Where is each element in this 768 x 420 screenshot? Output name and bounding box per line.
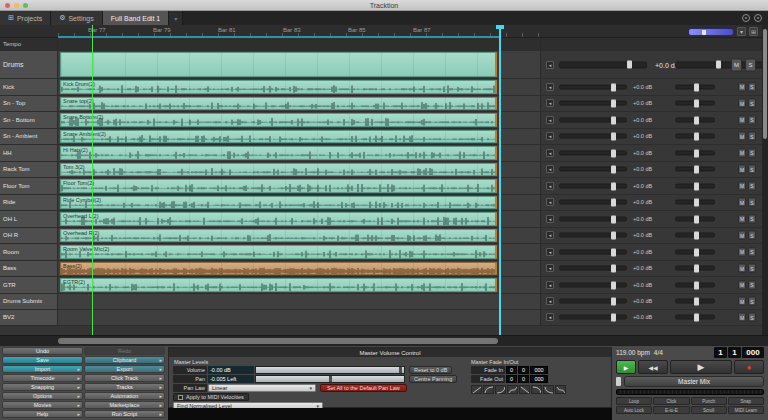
reset-to-0db-button[interactable]: Reset to 0 dB	[409, 366, 452, 374]
tab-edit[interactable]: Full Band Edit 1	[103, 11, 169, 25]
track-lane[interactable]: Floor Tom(2)	[58, 178, 540, 194]
track-name[interactable]: Sn - Bottom	[0, 112, 58, 128]
scroll-options-icon[interactable]: ▾	[737, 27, 746, 36]
track-volume-slider[interactable]	[559, 61, 647, 68]
fade-curve-button[interactable]	[543, 385, 554, 394]
punch-toggle[interactable]: Punch	[691, 397, 727, 405]
track-name[interactable]: BV2	[0, 310, 58, 325]
volume-slider-thumb[interactable]	[399, 367, 402, 373]
track-collapse-button[interactable]: ◂	[546, 132, 554, 140]
audio-clip[interactable]: Floor Tom(2)	[60, 179, 497, 193]
track-name[interactable]: Drums Submix	[0, 294, 58, 309]
track-collapse-button[interactable]: ◂	[546, 83, 554, 91]
playhead-cursor[interactable]	[499, 25, 501, 335]
audio-clip[interactable]: Tom 3(2)	[60, 163, 497, 177]
fade-in-beats[interactable]: 0	[518, 366, 529, 374]
track-name[interactable]: OH R	[0, 228, 58, 244]
horizontal-scrollbar[interactable]	[0, 335, 768, 345]
loop-toggle[interactable]: Loop	[616, 397, 652, 405]
pan-thumb[interactable]	[694, 248, 699, 256]
track-volume-slider[interactable]	[559, 101, 627, 106]
track-mute-button[interactable]: M	[738, 214, 746, 223]
track-lane[interactable]: Tom 3(2)	[58, 162, 540, 178]
movies-button[interactable]: Movies▸	[2, 401, 83, 409]
track-collapse-button[interactable]: ◂	[546, 297, 554, 305]
track-pan-slider[interactable]	[675, 315, 715, 320]
volume-thumb[interactable]	[611, 215, 616, 223]
track-pan-slider[interactable]	[675, 167, 715, 172]
audio-clip[interactable]: Snare top(2)	[60, 97, 497, 111]
track-name[interactable]: Bass	[0, 261, 58, 277]
volume-thumb[interactable]	[611, 298, 616, 306]
clipboard-button[interactable]: Clipboard▸	[84, 356, 165, 364]
audio-clip[interactable]: Kick Drum(2)	[60, 80, 497, 94]
track-mute-button[interactable]: M	[738, 132, 746, 141]
track-solo-button[interactable]: S	[748, 231, 756, 240]
track-pan-slider[interactable]	[675, 150, 715, 155]
track-pan-slider[interactable]	[675, 134, 715, 139]
scroll-toggle[interactable]: Scroll	[691, 406, 727, 414]
fade-curve-button[interactable]	[495, 385, 506, 394]
horizontal-scroll-thumb[interactable]	[58, 338, 498, 344]
track-volume-slider[interactable]	[559, 266, 627, 271]
pan-thumb[interactable]	[694, 215, 699, 223]
audio-clip[interactable]	[60, 52, 497, 77]
master-fader-knob[interactable]	[616, 377, 621, 386]
track-name[interactable]: Kick	[0, 79, 58, 95]
audio-clip[interactable]: Overhead L(2)	[60, 212, 497, 226]
pan-thumb[interactable]	[694, 166, 699, 174]
track-volume-slider[interactable]	[559, 315, 627, 320]
track-pan-slider[interactable]	[675, 249, 715, 254]
fade-out-bars[interactable]: 0	[506, 375, 517, 383]
volume-thumb[interactable]	[611, 182, 616, 190]
snap-toggle[interactable]: Snap	[728, 397, 764, 405]
fade-in-ticks[interactable]: 000	[530, 366, 548, 374]
maximize-button[interactable]	[23, 3, 28, 8]
master-volume-slider[interactable]	[255, 366, 405, 374]
audio-clip[interactable]: Bass(2)	[60, 262, 497, 276]
track-collapse-button[interactable]: ◂	[546, 198, 554, 206]
help-icon[interactable]	[754, 14, 762, 22]
track-solo-button[interactable]: S	[748, 247, 756, 256]
track-mute-button[interactable]: M	[731, 58, 742, 71]
track-mute-button[interactable]: M	[738, 115, 746, 124]
track-lane[interactable]: Snare Ambient(2)	[58, 129, 540, 145]
track-lane[interactable]	[58, 51, 540, 78]
track-lane[interactable]: Bass(2)	[58, 261, 540, 277]
pan-thumb[interactable]	[694, 199, 699, 207]
pan-thumb[interactable]	[694, 298, 699, 306]
track-mute-button[interactable]: M	[738, 313, 746, 322]
volume-thumb[interactable]	[611, 281, 616, 289]
track-collapse-button[interactable]: ◂	[546, 281, 554, 289]
pan-thumb[interactable]	[694, 116, 699, 124]
track-volume-slider[interactable]	[559, 249, 627, 254]
volume-thumb[interactable]	[611, 166, 616, 174]
track-collapse-button[interactable]: ◂	[546, 116, 554, 124]
track-name[interactable]: Sn - Ambient	[0, 129, 58, 145]
track-mute-button[interactable]: M	[738, 82, 746, 91]
tracks-button[interactable]: Tracks▸	[84, 383, 165, 391]
minimize-button[interactable]	[14, 3, 19, 8]
audio-clip[interactable]: EGTR(2)	[60, 278, 497, 292]
track-solo-button[interactable]: S	[748, 99, 756, 108]
pan-thumb[interactable]	[694, 149, 699, 157]
track-volume-slider[interactable]	[559, 167, 627, 172]
pan-thumb[interactable]	[694, 314, 699, 322]
track-mute-button[interactable]: M	[738, 264, 746, 273]
track-volume-slider[interactable]	[559, 299, 627, 304]
track-solo-button[interactable]: S	[748, 280, 756, 289]
track-solo-button[interactable]: S	[748, 115, 756, 124]
track-solo-button[interactable]: S	[748, 297, 756, 306]
forward-button[interactable]: ▶	[670, 360, 732, 374]
track-pan-slider[interactable]	[675, 266, 715, 271]
track-name[interactable]: Drums	[0, 51, 58, 78]
set-default-pan-law-button[interactable]: Set All to the Default Pan Law	[320, 384, 407, 392]
fade-curve-button[interactable]	[519, 385, 530, 394]
pan-thumb[interactable]	[694, 83, 699, 91]
volume-thumb[interactable]	[611, 149, 616, 157]
auto-lock-toggle[interactable]: Auto Lock	[616, 406, 652, 414]
track-pan-slider[interactable]	[675, 216, 715, 221]
track-volume-slider[interactable]	[559, 200, 627, 205]
track-collapse-button[interactable]: ◂	[546, 248, 554, 256]
import-button[interactable]: Import▸	[2, 365, 83, 373]
